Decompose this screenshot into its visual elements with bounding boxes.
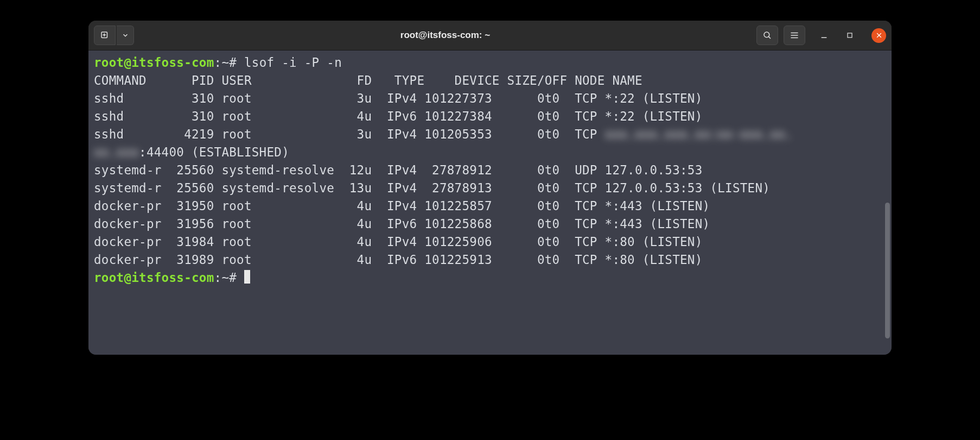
svg-line-2 (768, 36, 771, 39)
prompt-symbol: # (229, 271, 237, 285)
window-title: root@itsfoss-com: ~ (134, 30, 756, 41)
new-tab-button[interactable] (94, 26, 116, 45)
terminal-line: docker-pr 31956 root 4u IPv6 101225868 0… (94, 215, 886, 233)
minimize-button[interactable] (816, 28, 831, 43)
terminal-line: sshd 310 root 4u IPv6 101227384 0t0 TCP … (94, 108, 886, 125)
terminal-line: docker-pr 31984 root 4u IPv4 101225906 0… (94, 233, 886, 251)
scrollbar[interactable] (885, 203, 890, 338)
terminal-line: xx.xxx:44400 (ESTABLISHED) (94, 143, 886, 161)
terminal-line: root@itsfoss-com:~# lsof -i -P -n (94, 54, 886, 72)
terminal-line: systemd-r 25560 systemd-resolve 12u IPv4… (94, 161, 886, 179)
terminal-line: COMMAND PID USER FD TYPE DEVICE SIZE/OFF… (94, 72, 886, 90)
svg-rect-7 (848, 33, 852, 37)
tab-dropdown-button[interactable] (117, 26, 134, 45)
terminal-line: root@itsfoss-com:~# (94, 269, 886, 287)
svg-point-1 (764, 32, 769, 37)
terminal-line: sshd 310 root 3u IPv4 101227373 0t0 TCP … (94, 90, 886, 108)
titlebar-right-group (756, 26, 886, 45)
prompt-path: ~ (221, 55, 229, 70)
terminal-line: sshd 4219 root 3u IPv4 101205353 0t0 TCP… (94, 125, 886, 143)
terminal-line: docker-pr 31950 root 4u IPv4 101225857 0… (94, 197, 886, 215)
redacted-ip: xx.xxx (94, 145, 139, 159)
cursor (244, 270, 250, 284)
terminal-window: root@itsfoss-com: ~ root@itsfoss-com:~# … (88, 21, 892, 355)
titlebar: root@itsfoss-com: ~ (88, 21, 892, 51)
terminal-line: docker-pr 31989 root 4u IPv6 101225913 0… (94, 251, 886, 269)
prompt-user-host: root@itsfoss-com (94, 55, 214, 70)
prompt-symbol: # (229, 55, 237, 70)
search-button[interactable] (756, 26, 778, 45)
prompt-path: ~ (221, 271, 229, 285)
terminal-pane[interactable]: root@itsfoss-com:~# lsof -i -P -nCOMMAND… (88, 51, 892, 355)
command: lsof -i -P -n (244, 55, 342, 70)
maximize-button[interactable] (842, 28, 857, 43)
prompt-user-host: root@itsfoss-com (94, 271, 214, 285)
close-button[interactable] (871, 28, 886, 43)
terminal-line: systemd-r 25560 systemd-resolve 13u IPv4… (94, 179, 886, 197)
menu-button[interactable] (784, 26, 805, 45)
redacted-ip: xxx.xxx.xxx.xx:xx-xxx.xx. (605, 127, 793, 141)
titlebar-left-group (94, 26, 134, 45)
